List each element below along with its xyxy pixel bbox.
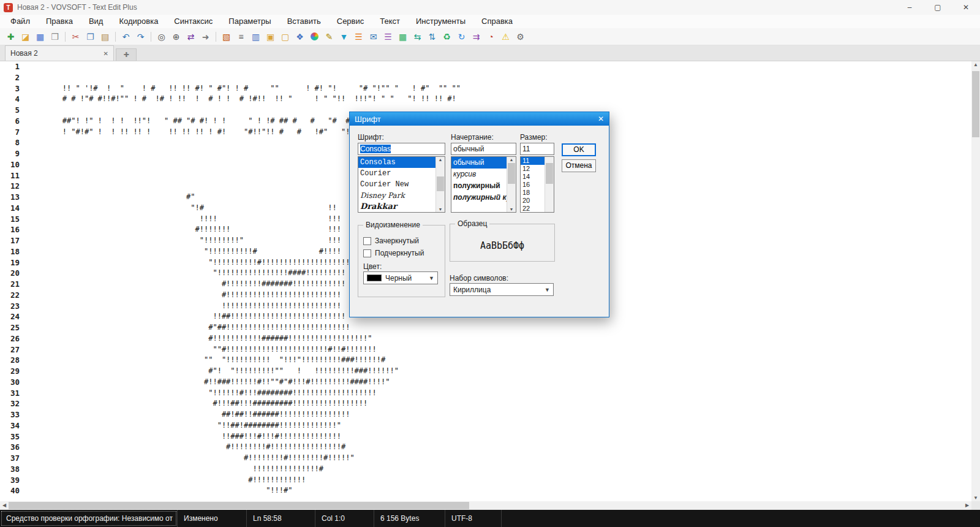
- menu-parameters[interactable]: Параметры: [221, 15, 279, 28]
- unlock-icon[interactable]: ▢: [278, 29, 292, 44]
- schedule-icon[interactable]: ◔: [484, 29, 498, 44]
- size-option[interactable]: 18: [521, 189, 545, 197]
- font-option[interactable]: Courier New: [358, 179, 435, 190]
- image-icon[interactable]: ▧: [219, 29, 233, 44]
- close-button[interactable]: ✕: [952, 0, 980, 15]
- redo-icon[interactable]: ↷: [134, 29, 148, 44]
- menu-view[interactable]: Вид: [81, 15, 111, 28]
- warning-icon[interactable]: ⚠: [499, 29, 513, 44]
- settings-icon[interactable]: ⚙: [513, 29, 527, 44]
- scroll-down-arrow-icon[interactable]: ▼: [971, 495, 980, 501]
- menu-tools[interactable]: Инструменты: [408, 15, 473, 28]
- chart-icon[interactable]: ▥: [249, 29, 263, 44]
- search-icon[interactable]: ◎: [154, 29, 168, 44]
- size-option[interactable]: 16: [521, 181, 545, 189]
- print-icon[interactable]: ❒: [48, 29, 62, 44]
- menu-syntax[interactable]: Синтаксис: [166, 15, 221, 28]
- font-option[interactable]: Consolas: [358, 157, 435, 168]
- save-icon[interactable]: ▦: [33, 29, 47, 44]
- font-style-input[interactable]: обычный: [451, 143, 516, 155]
- filter-icon[interactable]: ▼: [337, 29, 351, 44]
- paste-icon[interactable]: ▤: [98, 29, 112, 44]
- size-option[interactable]: 22: [521, 205, 545, 212]
- dialog-close-icon[interactable]: ✕: [598, 115, 604, 123]
- color-wheel-icon[interactable]: [307, 29, 322, 44]
- code-line: #!!!##!!!#########!!!!!!!!!!!!!!!!!: [27, 398, 980, 409]
- charset-dropdown[interactable]: Кириллица ▼: [450, 283, 554, 296]
- scroll-down-arrow-icon[interactable]: ▼: [507, 207, 516, 211]
- strikeout-checkbox[interactable]: [363, 237, 371, 245]
- list-icon[interactable]: ☰: [381, 29, 395, 44]
- refresh-icon[interactable]: ↻: [454, 29, 469, 44]
- style-list[interactable]: обычныйкурсивполужирныйполужирный курсив…: [451, 156, 516, 213]
- size-option[interactable]: 12: [521, 165, 545, 173]
- font-option[interactable]: Courier: [358, 168, 435, 179]
- window-icon[interactable]: ❖: [293, 29, 307, 44]
- cancel-button[interactable]: Отмена: [562, 159, 596, 172]
- style-list-scrollbar[interactable]: ▲ ▼: [507, 157, 516, 212]
- size-option[interactable]: 20: [521, 197, 545, 205]
- copy-icon[interactable]: ❐: [83, 29, 97, 44]
- size-option[interactable]: 11: [521, 157, 545, 165]
- new-file-icon[interactable]: ✚: [4, 29, 18, 44]
- translate-icon[interactable]: ⇉: [469, 29, 483, 44]
- font-size-input[interactable]: 11: [520, 143, 554, 155]
- size-list[interactable]: 11121416182022: [520, 156, 554, 213]
- new-tab-button[interactable]: ✚: [116, 48, 137, 61]
- calculator-icon[interactable]: ≡: [234, 29, 248, 44]
- color-dropdown[interactable]: Черный ▼: [363, 271, 438, 284]
- font-option[interactable]: Disney Park: [358, 190, 435, 201]
- menu-insert[interactable]: Вставить: [279, 15, 329, 28]
- font-list[interactable]: ConsolasCourierCourier NewDisney ParkDra…: [358, 156, 445, 213]
- scroll-down-arrow-icon[interactable]: ▼: [436, 207, 445, 211]
- tab-novaya-2[interactable]: Новая 2 ✕: [5, 45, 114, 61]
- mail-icon[interactable]: ✉: [366, 29, 380, 44]
- zoom-icon[interactable]: ⊕: [169, 29, 183, 44]
- recycle-bin-icon[interactable]: ♻: [440, 29, 454, 44]
- scroll-up-arrow-icon[interactable]: ▲: [971, 62, 980, 67]
- maximize-button[interactable]: ▢: [924, 0, 952, 15]
- horizontal-scrollbar-thumb[interactable]: [9, 502, 469, 509]
- menu-edit[interactable]: Правка: [38, 15, 81, 28]
- style-option[interactable]: обычный: [451, 157, 507, 169]
- sort-icon[interactable]: ☰: [352, 29, 366, 44]
- menu-encoding[interactable]: Кодировка: [111, 15, 166, 28]
- size-option[interactable]: 14: [521, 173, 545, 181]
- vertical-scrollbar-thumb[interactable]: [972, 71, 979, 137]
- open-folder-icon[interactable]: ◪: [18, 29, 32, 44]
- style-option[interactable]: полужирный курсив: [451, 192, 507, 203]
- font-option[interactable]: Drakkar: [358, 201, 435, 212]
- menu-file[interactable]: Файл: [2, 15, 38, 28]
- menu-text[interactable]: Текст: [372, 15, 408, 28]
- font-list-scrollbar[interactable]: ▲ ▼: [435, 157, 445, 212]
- arrows-vertical-icon[interactable]: ⇅: [425, 29, 439, 44]
- vertical-scrollbar[interactable]: ▲ ▼: [971, 61, 980, 501]
- underline-checkbox[interactable]: [363, 249, 371, 257]
- scroll-right-arrow-icon[interactable]: ▶: [963, 501, 971, 510]
- ok-button[interactable]: OK: [562, 143, 596, 156]
- undo-icon[interactable]: ↶: [119, 29, 133, 44]
- lock-icon[interactable]: ▣: [263, 29, 277, 44]
- size-list-scroll-thumb[interactable]: [546, 163, 553, 184]
- scroll-left-arrow-icon[interactable]: ◀: [0, 501, 9, 510]
- goto-icon[interactable]: ➜: [198, 29, 213, 44]
- menu-service[interactable]: Сервис: [329, 15, 372, 28]
- table-icon[interactable]: ▦: [396, 29, 410, 44]
- font-name-input[interactable]: Consolas: [358, 143, 445, 155]
- size-list-scrollbar[interactable]: [545, 157, 554, 212]
- find-replace-icon[interactable]: ⇄: [184, 29, 198, 44]
- tab-close-icon[interactable]: ✕: [104, 50, 108, 57]
- style-option[interactable]: курсив: [451, 169, 507, 180]
- menu-help[interactable]: Справка: [473, 15, 521, 28]
- pen-icon[interactable]: ✎: [322, 29, 336, 44]
- style-list-scroll-thumb[interactable]: [508, 163, 515, 184]
- scroll-up-arrow-icon[interactable]: ▲: [436, 157, 445, 162]
- arrows-horizontal-icon[interactable]: ⇆: [410, 29, 424, 44]
- style-option[interactable]: полужирный: [451, 180, 507, 192]
- font-list-scroll-thumb[interactable]: [437, 176, 444, 191]
- dialog-title-bar[interactable]: Шрифт ✕: [350, 112, 609, 126]
- horizontal-scrollbar[interactable]: ◀ ▶: [0, 501, 971, 510]
- scroll-up-arrow-icon[interactable]: ▲: [507, 157, 516, 162]
- cut-icon[interactable]: ✂: [69, 29, 83, 44]
- minimize-button[interactable]: –: [895, 0, 924, 15]
